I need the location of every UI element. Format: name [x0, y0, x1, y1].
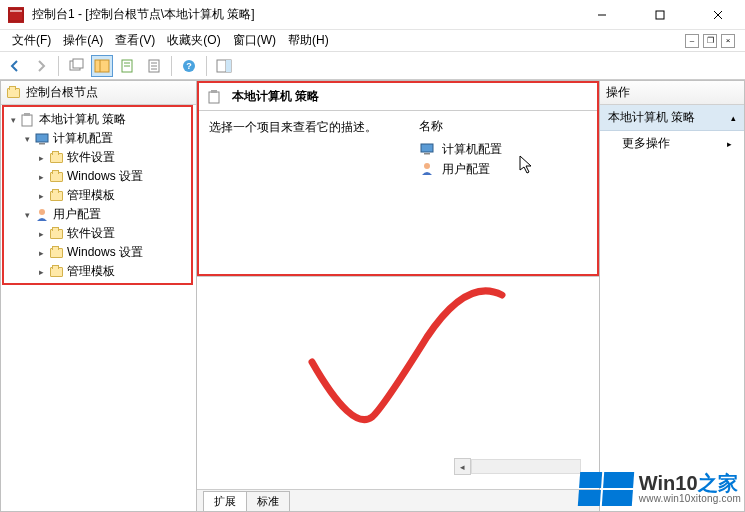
tree-node-windows-settings-2[interactable]: ▸ Windows 设置 [4, 243, 191, 262]
tab-standard[interactable]: 标准 [246, 491, 290, 511]
tree-pane: 控制台根节点 ▾ 本地计算机 策略 ▾ 计算机配置 ▸ 软件设置 ▸ Windo… [0, 80, 197, 512]
svg-rect-1 [10, 10, 22, 12]
svg-text:?: ? [186, 61, 192, 71]
expand-icon[interactable]: ▸ [34, 151, 48, 165]
tree-node-admin-templates-1[interactable]: ▸ 管理模板 [4, 186, 191, 205]
tree-content: ▾ 本地计算机 策略 ▾ 计算机配置 ▸ 软件设置 ▸ Windows 设置 ▸ [2, 105, 193, 285]
menu-action[interactable]: 操作(A) [57, 30, 109, 51]
expand-icon[interactable]: ▸ [34, 170, 48, 184]
description-area: 选择一个项目来查看它的描述。 [199, 111, 409, 274]
tree-node-label: 本地计算机 策略 [39, 111, 126, 128]
svg-rect-21 [226, 60, 231, 72]
menu-view[interactable]: 查看(V) [109, 30, 161, 51]
menu-help[interactable]: 帮助(H) [282, 30, 335, 51]
details-top-highlight: 本地计算机 策略 选择一个项目来查看它的描述。 名称 计算机配置 [197, 81, 599, 276]
tree-node-label: 管理模板 [67, 187, 115, 204]
list-item-user-config[interactable]: 用户配置 [415, 159, 591, 179]
view-tabs: 扩展 标准 [197, 489, 599, 511]
expand-icon[interactable]: ▾ [6, 113, 20, 127]
mdi-close-button[interactable]: × [721, 34, 735, 48]
scroll-left-icon[interactable]: ◂ [454, 458, 471, 475]
nav-back-button[interactable] [4, 55, 26, 77]
svg-rect-23 [24, 113, 30, 116]
action-more[interactable]: 更多操作 ▸ [600, 131, 744, 156]
svg-rect-24 [36, 134, 48, 142]
svg-rect-30 [424, 153, 430, 155]
svg-rect-22 [22, 115, 32, 126]
tree-node-software-settings-2[interactable]: ▸ 软件设置 [4, 224, 191, 243]
items-list: 名称 计算机配置 用户配置 [409, 111, 597, 274]
tree-node-label: 软件设置 [67, 149, 115, 166]
minimize-button[interactable] [585, 5, 619, 25]
user-icon [419, 161, 435, 177]
horizontal-scrollbar[interactable]: ◂ [205, 458, 583, 475]
list-item-label: 用户配置 [442, 161, 490, 178]
list-item-computer-config[interactable]: 计算机配置 [415, 139, 591, 159]
tree-node-admin-templates-2[interactable]: ▸ 管理模板 [4, 262, 191, 281]
mdi-minimize-button[interactable]: – [685, 34, 699, 48]
tree-node-label: 用户配置 [53, 206, 101, 223]
tree-node-policy[interactable]: ▾ 本地计算机 策略 [4, 110, 191, 129]
toolbar: ? [0, 52, 745, 80]
help-button[interactable]: ? [178, 55, 200, 77]
windows-logo-icon [578, 472, 634, 506]
watermark-brand: Win10之家 [639, 473, 741, 494]
tree-node-label: Windows 设置 [67, 168, 143, 185]
chevron-right-icon: ▸ [727, 139, 732, 149]
actions-section[interactable]: 本地计算机 策略 ▴ [600, 105, 744, 131]
tree-node-label: 管理模板 [67, 263, 115, 280]
tree-node-computer-config[interactable]: ▾ 计算机配置 [4, 129, 191, 148]
annotation-checkmark [267, 287, 527, 447]
details-pane: 本地计算机 策略 选择一个项目来查看它的描述。 名称 计算机配置 [197, 80, 600, 512]
actions-section-label: 本地计算机 策略 [608, 109, 695, 126]
watermark: Win10之家 www.win10xitong.com [579, 472, 741, 506]
scroll-track[interactable] [471, 459, 581, 474]
app-icon [8, 7, 24, 23]
svg-rect-28 [211, 90, 217, 93]
window-title: 控制台1 - [控制台根节点\本地计算机 策略] [32, 6, 255, 23]
show-hide-action-pane-button[interactable] [213, 55, 235, 77]
properties-button[interactable] [143, 55, 165, 77]
tree-node-label: 计算机配置 [53, 130, 113, 147]
action-more-label: 更多操作 [622, 135, 670, 152]
expand-icon[interactable]: ▸ [34, 246, 48, 260]
svg-rect-7 [73, 59, 83, 68]
window-titlebar: 控制台1 - [控制台根节点\本地计算机 策略] [0, 0, 745, 30]
menu-file[interactable]: 文件(F) [6, 30, 57, 51]
expand-icon[interactable]: ▸ [34, 227, 48, 241]
details-header-title: 本地计算机 策略 [232, 88, 319, 105]
mdi-restore-button[interactable]: ❐ [703, 34, 717, 48]
main-area: 控制台根节点 ▾ 本地计算机 策略 ▾ 计算机配置 ▸ 软件设置 ▸ Windo… [0, 80, 745, 512]
maximize-button[interactable] [643, 5, 677, 25]
tree-node-label: 软件设置 [67, 225, 115, 242]
svg-rect-25 [39, 143, 45, 145]
folder-icon [48, 150, 64, 166]
svg-rect-8 [95, 60, 109, 72]
actions-header-label: 操作 [606, 84, 630, 101]
folder-icon [48, 188, 64, 204]
expand-icon[interactable]: ▾ [20, 132, 34, 146]
tree-node-label: Windows 设置 [67, 244, 143, 261]
expand-icon[interactable]: ▾ [20, 208, 34, 222]
actions-header: 操作 [600, 81, 744, 105]
tree-node-user-config[interactable]: ▾ 用户配置 [4, 205, 191, 224]
tree-node-windows-settings-1[interactable]: ▸ Windows 设置 [4, 167, 191, 186]
show-hide-tree-button[interactable] [91, 55, 113, 77]
menu-favorites[interactable]: 收藏夹(O) [161, 30, 226, 51]
close-button[interactable] [701, 5, 735, 25]
expand-icon[interactable]: ▸ [34, 189, 48, 203]
expand-icon[interactable]: ▸ [34, 265, 48, 279]
new-window-button[interactable] [65, 55, 87, 77]
column-header-name[interactable]: 名称 [415, 115, 591, 139]
svg-rect-3 [656, 11, 664, 19]
computer-icon [34, 131, 50, 147]
tab-extended[interactable]: 扩展 [203, 491, 247, 511]
tree-node-software-settings-1[interactable]: ▸ 软件设置 [4, 148, 191, 167]
menu-window[interactable]: 窗口(W) [227, 30, 282, 51]
policy-icon [20, 112, 36, 128]
nav-forward-button[interactable] [30, 55, 52, 77]
folder-icon [48, 169, 64, 185]
tree-root-header[interactable]: 控制台根节点 [1, 81, 196, 105]
list-item-label: 计算机配置 [442, 141, 502, 158]
export-list-button[interactable] [117, 55, 139, 77]
